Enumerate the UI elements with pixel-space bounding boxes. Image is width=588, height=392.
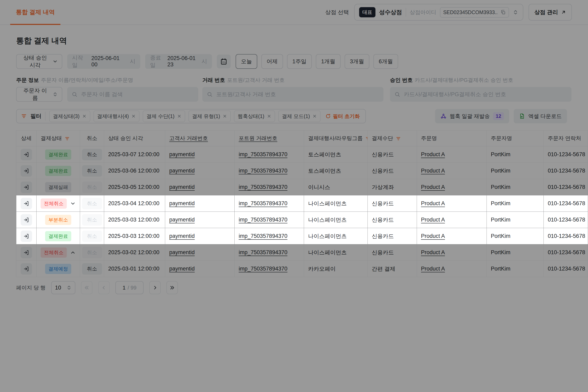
filter-chip[interactable]: 결제대행사(4): [94, 110, 140, 122]
filter-chip[interactable]: 결제상태(3): [49, 110, 90, 122]
expand-chevron-icon[interactable]: [70, 201, 76, 206]
portone-tx-link[interactable]: imp_750357894370: [239, 200, 288, 206]
cancel-button[interactable]: 취소: [82, 165, 102, 176]
filter-chip[interactable]: 웹훅상태(1): [234, 110, 275, 122]
column-filter-icon[interactable]: [396, 136, 401, 141]
customer-tx-link[interactable]: paymentid: [169, 200, 195, 206]
store-manage-button[interactable]: 상점 관리: [528, 4, 572, 20]
calendar-button[interactable]: [217, 54, 231, 68]
chip-remove-icon[interactable]: [267, 114, 271, 118]
store-selector[interactable]: 대표 성수상점 상점아이디 SED02345DCOM3933..: [354, 4, 524, 20]
cancel-button[interactable]: 취소: [82, 149, 102, 160]
method-cell: 신용카드: [368, 163, 417, 179]
order-name-link[interactable]: Product A: [421, 249, 445, 256]
store-id[interactable]: SED02345DCOM3933..: [440, 7, 509, 18]
calendar-icon: [220, 58, 228, 65]
order-name-link[interactable]: Product A: [421, 184, 445, 190]
filter-chip[interactable]: 결제 모드(1): [278, 110, 321, 122]
tab-integrated-payments[interactable]: 통합 결제 내역: [10, 0, 60, 24]
quick-range-button[interactable]: 오늘: [236, 54, 257, 69]
top-nav: 통합 결제 내역 상점 선택 대표 성수상점 상점아이디 SED02345DCO…: [0, 0, 588, 25]
row-detail-button[interactable]: [20, 149, 32, 160]
approval-number-input[interactable]: [404, 91, 567, 98]
chevrons-left-icon: [84, 285, 90, 290]
row-detail-button[interactable]: [20, 198, 32, 209]
quick-range-button[interactable]: 어제: [261, 54, 283, 69]
chevrons-updown-icon[interactable]: [513, 10, 518, 15]
customer-tx-link[interactable]: paymentid: [169, 168, 195, 174]
time-field-select[interactable]: 상태 승인 시각: [16, 54, 62, 69]
webhook-resend-button[interactable]: 웹훅 일괄 재발송 12: [435, 109, 509, 123]
order-name-link[interactable]: Product A: [421, 200, 445, 206]
search-icon: [394, 92, 400, 97]
customer-tx-link[interactable]: paymentid: [169, 266, 195, 272]
last-page-button[interactable]: [166, 281, 178, 294]
row-detail-button[interactable]: [20, 263, 32, 274]
portone-tx-link[interactable]: imp_750357894370: [239, 233, 288, 239]
quick-range-button[interactable]: 1주일: [287, 54, 312, 69]
start-date-input[interactable]: 시작일 2025-06-01 00 시: [67, 54, 140, 69]
portone-tx-link[interactable]: imp_750357894370: [239, 151, 288, 158]
chip-remove-icon[interactable]: [177, 114, 182, 118]
order-name-link[interactable]: Product A: [421, 168, 445, 174]
open-detail-icon: [23, 184, 30, 190]
orderer-cell: PortKim: [487, 196, 544, 212]
order-info-hint: 주문자 이름/연락처/이메일/주소/주문명: [41, 77, 133, 83]
next-page-button[interactable]: [149, 281, 161, 294]
chip-remove-icon[interactable]: [131, 114, 136, 118]
order-name-link[interactable]: Product A: [421, 216, 445, 223]
chip-remove-icon[interactable]: [312, 114, 317, 118]
order-name-link[interactable]: Product A: [421, 233, 445, 239]
tx-number-input[interactable]: [216, 91, 379, 98]
filter-chip-label: 결제 수단(1): [146, 113, 174, 120]
chevrons-updown-icon: [66, 285, 72, 290]
row-detail-button[interactable]: [20, 182, 32, 193]
column-filter-icon[interactable]: [65, 136, 70, 141]
portone-tx-link[interactable]: imp_750357894370: [239, 184, 288, 190]
expand-chevron-icon[interactable]: [70, 250, 76, 256]
column-header[interactable]: 고객사 거래번호: [165, 130, 234, 146]
column-header: 주문명: [417, 130, 487, 146]
rows-per-page-select[interactable]: 10: [51, 281, 75, 294]
row-detail-button[interactable]: [20, 247, 32, 258]
orderer-field-select[interactable]: 주문자 이름: [16, 87, 62, 102]
row-detail-button[interactable]: [20, 214, 32, 226]
quick-range-button[interactable]: 1개월: [316, 54, 340, 69]
portone-tx-link[interactable]: imp_750357894370: [239, 216, 288, 223]
order-name-link[interactable]: Product A: [421, 266, 445, 272]
filter-chip[interactable]: 결제 수단(1): [143, 110, 185, 122]
column-header[interactable]: 포트원 거래번호: [234, 130, 304, 146]
store-select-label: 상점 선택: [325, 8, 349, 16]
customer-tx-link[interactable]: paymentid: [169, 233, 195, 239]
customer-tx-link[interactable]: paymentid: [169, 249, 195, 256]
portone-tx-link[interactable]: imp_750357894370: [239, 266, 288, 272]
column-filter-icon[interactable]: [366, 136, 368, 141]
customer-tx-link[interactable]: paymentid: [169, 151, 195, 158]
cancel-button: 취소: [82, 182, 102, 193]
filter-chip[interactable]: 결제 유형(1): [188, 110, 231, 122]
row-detail-button[interactable]: [20, 230, 32, 242]
end-date-input[interactable]: 종료일 2025-06-01 23 시: [145, 54, 212, 69]
chevrons-updown-icon: [52, 92, 58, 97]
copy-icon[interactable]: [500, 10, 506, 15]
quick-range-button[interactable]: 3개월: [345, 54, 369, 69]
table-row: 결제완료 취소 2025-03-07 12:00:00 paymentid im…: [16, 146, 588, 163]
page-number-box[interactable]: 1 / 99: [115, 281, 144, 294]
customer-tx-link[interactable]: paymentid: [169, 184, 195, 190]
excel-download-button[interactable]: 엑셀 다운로드: [514, 109, 567, 123]
end-date-label: 종료일: [150, 54, 164, 69]
quick-range-button[interactable]: 6개월: [374, 54, 398, 69]
filter-reset-button[interactable]: 필터 초기화: [324, 113, 361, 120]
contact-cell: 010-1234-5678: [544, 146, 588, 163]
webhook-icon: [440, 113, 446, 119]
orderer-search-input[interactable]: [81, 91, 194, 98]
portone-tx-link[interactable]: imp_750357894370: [239, 168, 288, 174]
order-name-link[interactable]: Product A: [421, 151, 445, 158]
customer-tx-link[interactable]: paymentid: [169, 216, 195, 223]
refresh-icon: [326, 114, 331, 119]
row-detail-button[interactable]: [20, 165, 32, 176]
chip-remove-icon[interactable]: [222, 114, 227, 118]
cancel-button[interactable]: 취소: [82, 263, 102, 274]
portone-tx-link[interactable]: imp_750357894370: [239, 249, 288, 256]
chip-remove-icon[interactable]: [82, 114, 86, 118]
